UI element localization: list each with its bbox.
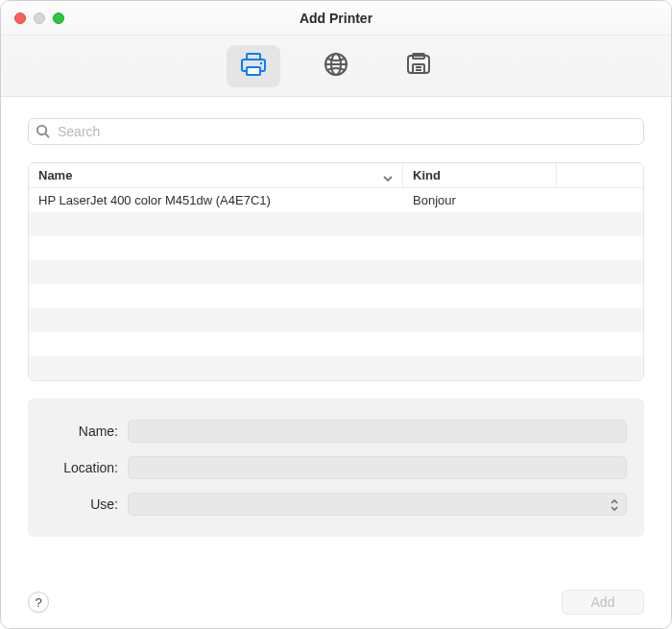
form-row-use: Use:	[45, 493, 627, 516]
table-row	[29, 236, 643, 260]
up-down-icon	[607, 496, 622, 514]
table-row	[29, 284, 643, 308]
add-button[interactable]: Add	[562, 590, 644, 615]
printer-icon	[239, 51, 268, 81]
table-row	[29, 212, 643, 236]
printer-advanced-icon	[404, 51, 433, 81]
search-icon	[36, 124, 50, 141]
advanced-printer-tab[interactable]	[392, 45, 445, 87]
location-field[interactable]	[128, 456, 627, 479]
table-row[interactable]: HP LaserJet 400 color M451dw (A4E7C1) Bo…	[29, 188, 643, 212]
table-row	[29, 308, 643, 332]
svg-rect-9	[413, 64, 424, 73]
titlebar: Add Printer	[1, 1, 671, 36]
use-label: Use:	[45, 496, 128, 512]
default-printer-tab[interactable]	[227, 45, 280, 87]
column-header-name[interactable]: Name	[29, 163, 403, 187]
name-label: Name:	[45, 423, 128, 439]
printer-detail-form: Name: Location: Use:	[28, 399, 644, 537]
table-body: HP LaserJet 400 color M451dw (A4E7C1) Bo…	[29, 188, 643, 380]
svg-line-13	[45, 133, 49, 137]
svg-rect-2	[247, 67, 260, 75]
use-select[interactable]	[128, 493, 627, 516]
window-controls	[14, 12, 64, 24]
search-field-container	[28, 118, 644, 145]
svg-point-12	[37, 126, 46, 134]
table-row	[29, 260, 643, 284]
add-button-label: Add	[591, 594, 615, 610]
cell-name: HP LaserJet 400 color M451dw (A4E7C1)	[29, 193, 403, 207]
location-label: Location:	[45, 460, 128, 475]
printer-table: Name Kind HP LaserJet 400 color M451dw (…	[28, 162, 644, 381]
column-header-kind[interactable]: Kind	[403, 163, 557, 187]
column-header-spacer	[557, 163, 643, 187]
content-area: Name Kind HP LaserJet 400 color M451dw (…	[1, 97, 671, 576]
close-icon[interactable]	[14, 12, 26, 24]
globe-icon	[323, 51, 349, 81]
form-row-location: Location:	[45, 456, 627, 479]
window-title: Add Printer	[1, 11, 671, 26]
help-icon: ?	[35, 595, 41, 610]
svg-point-3	[260, 62, 262, 64]
zoom-icon[interactable]	[53, 12, 64, 24]
name-field[interactable]	[128, 420, 627, 443]
table-row	[29, 356, 643, 380]
table-header: Name Kind	[29, 163, 643, 188]
table-row	[29, 332, 643, 356]
ip-printer-tab[interactable]	[309, 45, 363, 87]
form-row-name: Name:	[45, 420, 627, 443]
add-printer-window: Add Printer	[0, 0, 672, 629]
search-input[interactable]	[28, 118, 644, 145]
minimize-icon	[34, 12, 45, 24]
help-button[interactable]: ?	[28, 592, 49, 613]
column-header-kind-label: Kind	[413, 168, 441, 182]
chevron-down-icon	[383, 171, 393, 185]
column-header-name-label: Name	[38, 168, 72, 182]
cell-kind: Bonjour	[403, 193, 557, 207]
footer: ? Add	[1, 576, 671, 628]
toolbar	[1, 36, 671, 97]
